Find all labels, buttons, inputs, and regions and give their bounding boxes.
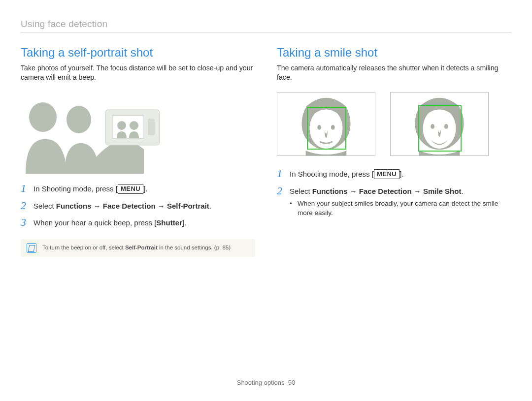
menu-button-label: MENU xyxy=(118,184,143,194)
right-intro: The camera automatically releases the sh… xyxy=(277,63,511,82)
right-step-1: 1 In Shooting mode, press [MENU]. xyxy=(277,168,511,180)
face-detection-box xyxy=(418,105,462,152)
step-text: Select xyxy=(33,202,56,210)
note-icon xyxy=(27,243,36,253)
left-step-1: 1 In Shooting mode, press [MENU]. xyxy=(21,183,255,194)
self-portrait-illustration xyxy=(21,90,178,174)
step-text: . xyxy=(209,202,211,210)
step-text: . xyxy=(461,187,463,195)
step-text: In Shooting mode, press [ xyxy=(33,185,118,193)
svg-rect-3 xyxy=(112,116,144,138)
breadcrumb: Using face detection xyxy=(21,19,511,30)
bullet-text: When your subject smiles broadly, your c… xyxy=(298,199,511,218)
svg-point-1 xyxy=(66,106,91,133)
note-bold: Self-Portrait xyxy=(125,245,158,250)
step-number: 3 xyxy=(21,216,33,228)
face-detection-box xyxy=(307,107,346,150)
left-steps: 1 In Shooting mode, press [MENU]. 2 Sele… xyxy=(21,183,255,228)
svg-point-0 xyxy=(29,102,57,132)
step-text: ]. xyxy=(143,185,147,193)
right-title: Taking a smile shot xyxy=(277,46,511,60)
note-part: To turn the beep on or off, select xyxy=(42,245,125,250)
right-step-2: 2 Select Functions → Face Detection → Sm… xyxy=(277,185,511,220)
page-footer: Shooting options 50 xyxy=(0,379,532,386)
step-text: ]. xyxy=(399,170,403,178)
left-step-3: 3 When your hear a quick beep, press [Sh… xyxy=(21,216,255,228)
step-bold: Functions → Face Detection → Self-Portra… xyxy=(56,202,209,210)
menu-button-label: MENU xyxy=(374,169,399,179)
left-title: Taking a self-portrait shot xyxy=(21,46,255,60)
divider xyxy=(21,32,511,33)
step-number: 2 xyxy=(21,200,33,212)
step-number: 2 xyxy=(277,185,290,197)
step-text: ]. xyxy=(182,218,186,227)
step-number: 1 xyxy=(277,168,290,180)
smile-frame-neutral xyxy=(277,92,375,156)
step-text: When your hear a quick beep, press [ xyxy=(33,218,156,227)
bullet-item: When your subject smiles broadly, your c… xyxy=(290,199,511,218)
left-step-2: 2 Select Functions → Face Detection → Se… xyxy=(21,200,255,212)
footer-section: Shooting options xyxy=(237,379,285,386)
step-text: Select xyxy=(290,187,312,195)
footer-page-number: 50 xyxy=(288,379,295,386)
smile-frame-smiling xyxy=(390,92,489,156)
smile-illustrations xyxy=(277,92,511,156)
svg-point-6 xyxy=(130,121,138,130)
right-steps: 1 In Shooting mode, press [MENU]. 2 Sele… xyxy=(277,168,511,220)
step-bold: Shutter xyxy=(156,218,182,227)
note-box: To turn the beep on or off, select Self-… xyxy=(21,239,255,257)
left-intro: Take photos of yourself. The focus dista… xyxy=(21,63,255,82)
right-column: Taking a smile shot The camera automatic… xyxy=(277,46,511,257)
left-column: Taking a self-portrait shot Take photos … xyxy=(21,46,255,257)
step-text: In Shooting mode, press [ xyxy=(290,170,374,178)
right-step-2-bullets: When your subject smiles broadly, your c… xyxy=(290,199,511,218)
step-bold: Functions → Face Detection → Smile Shot xyxy=(312,187,462,195)
step-number: 1 xyxy=(21,183,33,194)
svg-rect-4 xyxy=(148,119,155,135)
svg-point-5 xyxy=(117,121,126,130)
note-text: To turn the beep on or off, select Self-… xyxy=(42,244,231,252)
note-part: in the sound settings. (p. 85) xyxy=(158,245,231,250)
